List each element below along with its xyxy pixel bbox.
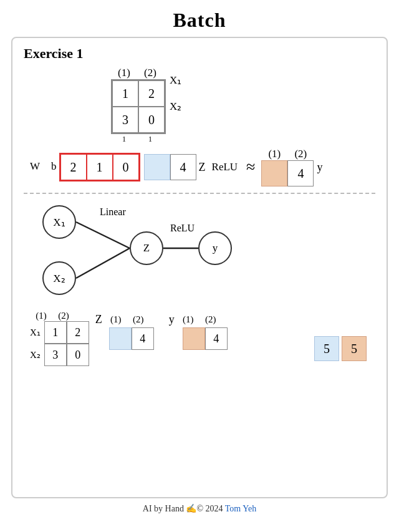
result-box-peach: 5 <box>342 336 367 361</box>
w-matrix: 2 1 0 <box>59 153 140 181</box>
row-labels-right: X₁ X₂ <box>170 67 181 119</box>
y-output-area: (1) (2) 4 <box>261 148 314 186</box>
xb-1-1: 0 <box>67 344 89 366</box>
subscript-row: 1 1 <box>111 135 166 144</box>
y-data-section: y (1) (2) 4 <box>169 313 228 366</box>
x-bcol-1: (1) <box>30 311 52 321</box>
nn-diagram: X₁ X₂ Z y Linear ReLU <box>30 199 254 308</box>
z-cell-2: 4 <box>132 327 154 350</box>
x-data-section: (1) (2) X₁ X₂ 1 2 3 <box>30 311 89 366</box>
nn-node-x2: X₂ <box>42 261 76 295</box>
x-bottom-col-labels: (1) (2) <box>30 311 89 321</box>
page-title: Batch <box>0 0 399 37</box>
w-label: W <box>30 160 40 173</box>
x-brow-2: X₂ <box>30 344 41 366</box>
nn-node-z: Z <box>130 231 163 265</box>
col-labels-top: (1) (2) <box>111 67 166 79</box>
bottom-section: X₁ X₂ Z y Linear ReLU (1) (2) <box>24 199 375 366</box>
z-data-section: Z (1) (2) 4 <box>95 313 154 366</box>
x-bcol-2: (2) <box>52 311 75 321</box>
x-brow-1: X₁ <box>30 321 41 344</box>
nn-label-linear: Linear <box>100 206 126 218</box>
y-label-top: y <box>317 161 322 174</box>
y-bottom-col-labels: (1) (2) <box>177 314 222 325</box>
b-label: b <box>51 160 57 173</box>
z-label: Z <box>199 161 206 174</box>
z-var-label: Z <box>95 313 102 326</box>
col-label-2: (2) <box>137 67 163 79</box>
exercise-label: Exercise 1 <box>24 46 375 62</box>
footer: AI by Hand ✍© 2024 Tom Yeh <box>0 498 399 514</box>
y-bcol-1: (1) <box>177 314 200 325</box>
top-section: (1) (2) 1 2 3 0 1 1 X₁ X₂ <box>30 67 375 186</box>
row-label-x1: X₁ <box>170 67 181 93</box>
section-divider <box>24 193 375 194</box>
footer-link[interactable]: Tom Yeh <box>225 504 256 513</box>
b-box <box>144 154 170 180</box>
y-cell-bottom-1 <box>183 327 205 350</box>
approx-symbol: ≈ <box>246 158 255 177</box>
w-cell-2: 0 <box>113 154 139 180</box>
matrix-cell-1-0: 3 <box>112 107 138 133</box>
z-col-2: (2) <box>127 314 150 325</box>
svg-line-0 <box>76 222 130 248</box>
y-col-label-1: (1) <box>261 148 287 160</box>
xb-0-0: 1 <box>44 321 67 344</box>
y-row: 4 <box>261 160 314 186</box>
input-matrix-area: (1) (2) 1 2 3 0 1 1 X₁ X₂ <box>111 67 181 144</box>
sub-2: 1 <box>137 135 163 144</box>
nn-node-x1: X₁ <box>42 205 76 239</box>
wb-labels: W b <box>30 160 57 174</box>
nn-label-relu: ReLU <box>170 223 195 234</box>
y-bcol-2: (2) <box>200 314 222 325</box>
wb-row: W b 2 1 0 4 Z ReLU ≈ (1) (2) 4 <box>30 148 322 186</box>
matrix-cell-1-1: 0 <box>138 107 165 133</box>
xb-0-1: 2 <box>67 321 89 344</box>
sub-1: 1 <box>111 135 137 144</box>
y-cell-bottom-2: 4 <box>205 327 228 350</box>
z-col-1: (1) <box>105 314 127 325</box>
main-card: Exercise 1 (1) (2) 1 2 3 0 1 1 <box>11 37 388 498</box>
b-value-box: 4 <box>170 154 196 180</box>
nn-node-y: y <box>198 231 232 265</box>
w-cell-1: 1 <box>87 154 113 180</box>
z-cell-1 <box>109 327 132 350</box>
z-col-labels: (1) (2) <box>105 314 150 325</box>
y-cell-1 <box>261 160 287 186</box>
matrix-cell-0-1: 2 <box>138 80 165 107</box>
result-box-blue: 5 <box>314 336 339 361</box>
matrix-cell-0-0: 1 <box>112 80 138 107</box>
y-col-label-2: (2) <box>287 148 314 160</box>
row-label-x2: X₂ <box>170 93 181 119</box>
x-bottom-matrix: 1 2 3 0 <box>44 321 89 366</box>
result-boxes: 5 5 <box>314 336 367 361</box>
col-label-1: (1) <box>111 67 137 79</box>
y-cell-2: 4 <box>287 160 314 186</box>
relu-label-top: ReLU <box>212 161 238 173</box>
svg-line-1 <box>76 248 130 278</box>
w-cell-0: 2 <box>60 154 87 180</box>
xb-1-0: 3 <box>44 344 67 366</box>
y-col-labels: (1) (2) <box>261 148 314 160</box>
y-var-label: y <box>169 313 175 326</box>
footer-text: AI by Hand ✍© 2024 <box>143 504 225 513</box>
input-matrix: 1 2 3 0 <box>111 79 166 134</box>
